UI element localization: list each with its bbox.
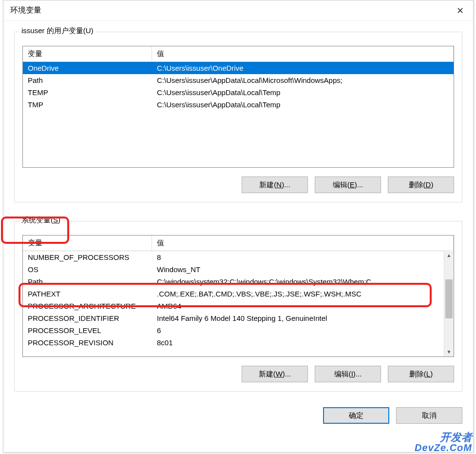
table-row[interactable]: PROCESSOR_REVISION8c01	[23, 336, 454, 349]
table-row[interactable]: TMPC:\Users\issuser\AppData\Local\Temp	[23, 99, 454, 111]
cell-variable: PROCESSOR_REVISION	[23, 336, 152, 349]
dialog-title: 环境变量	[10, 5, 41, 16]
col-value[interactable]: 值	[152, 236, 454, 251]
cancel-button[interactable]: 取消	[396, 407, 462, 424]
edit-sys-button[interactable]: 编辑(I)...	[315, 366, 381, 382]
cell-variable: OS	[23, 263, 152, 276]
system-vars-label: 系统变量(S)	[19, 216, 62, 225]
cell-value: .COM;.EXE;.BAT;.CMD;.VBS;.VBE;.JS;.JSE;.…	[152, 288, 454, 300]
cell-value: AMD64	[152, 300, 454, 312]
ok-button[interactable]: 确定	[323, 407, 389, 424]
user-vars-label: issuser 的用户变量(U)	[19, 26, 95, 36]
cell-value: Windows_NT	[152, 263, 454, 276]
cell-value: C:\Users\issuser\AppData\Local\Microsoft…	[152, 74, 454, 86]
table-row[interactable]: TEMPC:\Users\issuser\AppData\Local\Temp	[23, 86, 454, 99]
cell-value: C:\Users\issuser\AppData\Local\Temp	[152, 86, 454, 99]
table-row[interactable]: PROCESSOR_LEVEL6	[23, 324, 454, 336]
close-icon[interactable]: ✕	[447, 0, 473, 21]
table-row[interactable]: OneDriveC:\Users\issuser\OneDrive	[23, 62, 454, 74]
cell-variable: Path	[23, 276, 152, 288]
table-row[interactable]: OSWindows_NT	[23, 263, 454, 276]
watermark: 开发者 DevZe.CoM	[415, 432, 472, 453]
system-vars-group: 系统变量(S) 变量 值 NUMBER_OF_PROCESSORS8OSWind…	[14, 221, 462, 392]
cell-variable: Path	[23, 74, 152, 86]
table-row[interactable]: PathC:\Users\issuser\AppData\Local\Micro…	[23, 74, 454, 86]
cell-variable: NUMBER_OF_PROCESSORS	[23, 251, 152, 263]
cell-value: 6	[152, 324, 454, 336]
col-variable[interactable]: 变量	[23, 46, 152, 61]
scrollbar[interactable]: ▲ ▼	[444, 250, 454, 356]
dialog-buttons: 确定 取消	[3, 407, 473, 433]
env-vars-dialog: 环境变量 ✕ issuser 的用户变量(U) 变量 值 OneDriveC:\…	[3, 0, 474, 453]
col-value[interactable]: 值	[152, 46, 454, 61]
scrollbar-thumb[interactable]	[445, 279, 453, 318]
scroll-up-icon[interactable]: ▲	[444, 250, 454, 260]
cell-value: C:\windows\system32;C:\windows;C:\window…	[152, 276, 454, 288]
cell-variable: OneDrive	[23, 62, 152, 74]
new-user-button[interactable]: 新建(N)...	[242, 177, 308, 193]
scroll-down-icon[interactable]: ▼	[444, 347, 454, 356]
table-row[interactable]: PathC:\windows\system32;C:\windows;C:\wi…	[23, 276, 454, 288]
edit-user-button[interactable]: 编辑(E)...	[315, 177, 381, 193]
table-row[interactable]: PROCESSOR_ARCHITECTUREAMD64	[23, 300, 454, 312]
cell-variable: TMP	[23, 99, 152, 111]
cell-variable: PATHEXT	[23, 288, 152, 300]
cell-variable: PROCESSOR_LEVEL	[23, 324, 152, 336]
list-header: 变量 值	[23, 46, 454, 62]
table-row[interactable]: NUMBER_OF_PROCESSORS8	[23, 251, 454, 263]
delete-user-button[interactable]: 删除(D)	[388, 177, 454, 193]
new-sys-button[interactable]: 新建(W)...	[242, 366, 308, 382]
delete-sys-button[interactable]: 删除(L)	[388, 366, 454, 382]
titlebar: 环境变量 ✕	[3, 0, 473, 21]
col-variable[interactable]: 变量	[23, 236, 152, 251]
user-vars-group: issuser 的用户变量(U) 变量 值 OneDriveC:\Users\i…	[14, 32, 462, 202]
cell-value: Intel64 Family 6 Model 140 Stepping 1, G…	[152, 312, 454, 324]
table-row[interactable]: PROCESSOR_IDENTIFIERIntel64 Family 6 Mod…	[23, 312, 454, 324]
cell-variable: PROCESSOR_ARCHITECTURE	[23, 300, 152, 312]
cell-value: 8	[152, 251, 454, 263]
user-vars-buttons: 新建(N)... 编辑(E)... 删除(D)	[22, 177, 454, 193]
cell-value: C:\Users\issuser\OneDrive	[152, 62, 454, 74]
user-vars-list[interactable]: 变量 值 OneDriveC:\Users\issuser\OneDrivePa…	[22, 46, 454, 168]
cell-value: 8c01	[152, 336, 454, 349]
cell-variable: TEMP	[23, 86, 152, 99]
table-row[interactable]: PATHEXT.COM;.EXE;.BAT;.CMD;.VBS;.VBE;.JS…	[23, 288, 454, 300]
system-vars-buttons: 新建(W)... 编辑(I)... 删除(L)	[22, 366, 454, 382]
cell-variable: PROCESSOR_IDENTIFIER	[23, 312, 152, 324]
cell-value: C:\Users\issuser\AppData\Local\Temp	[152, 99, 454, 111]
list-header: 变量 值	[23, 236, 454, 251]
dialog-content: issuser 的用户变量(U) 变量 值 OneDriveC:\Users\i…	[3, 21, 473, 407]
system-vars-list[interactable]: 变量 值 NUMBER_OF_PROCESSORS8OSWindows_NTPa…	[22, 235, 454, 357]
